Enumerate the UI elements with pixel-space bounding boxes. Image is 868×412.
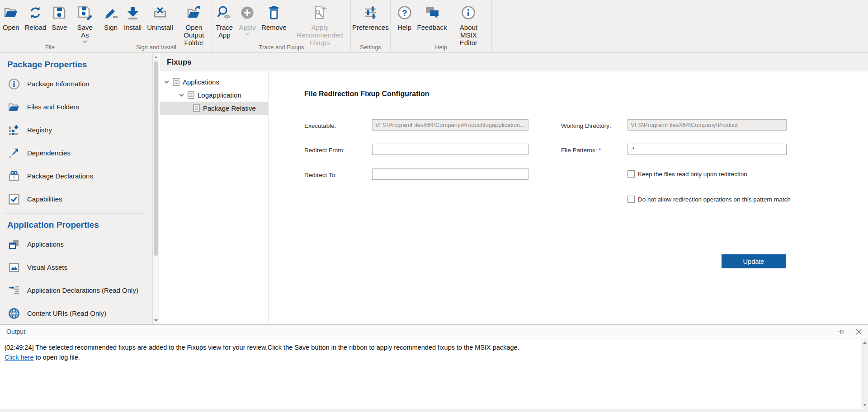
button-label: Open xyxy=(3,23,19,31)
sidebar-item-content-uris[interactable]: Content URIs (Read Only) xyxy=(0,302,152,324)
executable-input[interactable] xyxy=(372,119,528,131)
button-label: Uninstall xyxy=(147,23,173,31)
chevron-down-icon[interactable] xyxy=(163,80,170,84)
sidebar-item-applications[interactable]: Applications xyxy=(0,233,152,256)
working-directory-input[interactable] xyxy=(627,119,787,131)
file-patterns-input[interactable] xyxy=(627,144,787,155)
chevron-down-icon xyxy=(245,33,250,35)
open-button[interactable]: Open xyxy=(0,2,22,31)
navigation-sidebar: Package Properties Package Information F… xyxy=(0,53,152,324)
sign-button[interactable]: Sign xyxy=(100,2,121,31)
sidebar-item-label: Content URIs (Read Only) xyxy=(27,309,106,317)
redirect-from-input[interactable] xyxy=(372,144,528,155)
reload-button[interactable]: Reload xyxy=(22,2,49,31)
main-panel: Fixups Applications Logapplicat xyxy=(160,53,868,324)
config-heading: File Redirection Fixup Configuration xyxy=(304,90,429,98)
no-redirect-checkbox-row: Do not allow redirection operations on t… xyxy=(627,196,791,203)
sidebar-item-visual-assets[interactable]: Visual Assets xyxy=(0,256,152,279)
remove-button[interactable]: Remove xyxy=(259,2,289,31)
scroll-up-arrow-icon[interactable] xyxy=(863,342,867,344)
scroll-down-arrow-icon[interactable] xyxy=(863,404,867,406)
package-information-icon xyxy=(8,78,20,90)
document-icon xyxy=(188,91,194,99)
apply-recommended-fixups-icon xyxy=(312,4,327,21)
sidebar-item-package-information[interactable]: Package Information xyxy=(0,72,152,95)
required-asterisk: * xyxy=(599,147,601,154)
redirect-to-input[interactable] xyxy=(372,169,528,180)
no-redirect-checkbox[interactable] xyxy=(627,196,635,203)
ribbon-group-label: Sign and Install xyxy=(100,44,212,51)
preferences-button[interactable]: Preferences xyxy=(349,2,392,31)
feedback-icon xyxy=(425,4,440,21)
trace-app-button[interactable]: Trace App xyxy=(212,2,236,39)
chevron-down-icon[interactable] xyxy=(178,94,184,97)
uninstall-button[interactable]: Uninstall xyxy=(144,2,176,31)
button-label: Feedback xyxy=(417,23,447,31)
button-label: Apply xyxy=(239,23,256,31)
tree-item-label: Logapplication xyxy=(198,91,241,99)
sidebar-item-package-declarations[interactable]: Package Declarations xyxy=(0,164,152,187)
output-header: Output xyxy=(0,325,868,338)
button-label: Trace App xyxy=(215,23,233,39)
button-label: Install xyxy=(124,23,142,31)
close-icon[interactable] xyxy=(856,329,862,335)
button-label: Sign xyxy=(104,23,118,31)
save-button[interactable]: Save xyxy=(49,2,70,31)
install-button[interactable]: Install xyxy=(121,2,144,31)
open-log-link[interactable]: Click here xyxy=(5,354,33,361)
ribbon-group-label: Trace and Fixups xyxy=(212,44,350,51)
sidebar-item-application-declarations[interactable]: Application Declarations (Read Only) xyxy=(0,279,152,302)
dependencies-icon xyxy=(8,147,20,159)
save-as-button[interactable]: Save As xyxy=(70,2,100,43)
tree-item-package-relative[interactable]: Package Relative xyxy=(160,102,268,115)
sidebar-item-registry[interactable]: Registry xyxy=(0,118,152,141)
output-title: Output xyxy=(6,328,25,335)
preferences-icon xyxy=(363,4,378,21)
update-button[interactable]: Update xyxy=(722,254,786,268)
apply-recommended-fixups-button[interactable]: Apply Recommended Fixups xyxy=(289,2,350,47)
content-uris-icon xyxy=(8,308,20,319)
output-scrollbar[interactable] xyxy=(861,339,868,409)
output-panel: Output [02:49:24] The selected recommend… xyxy=(0,324,868,409)
tree-item-applications[interactable]: Applications xyxy=(160,75,268,89)
sidebar-item-files-and-folders[interactable]: Files and Folders xyxy=(0,95,152,118)
about-msix-editor-button[interactable]: About MSIX Editor xyxy=(449,2,487,47)
sidebar-item-label: Application Declarations (Read Only) xyxy=(27,286,138,294)
tree-item-logapplication[interactable]: Logapplication xyxy=(160,89,268,102)
help-button[interactable]: ? Help xyxy=(395,2,415,31)
sidebar-scrollbar[interactable] xyxy=(152,53,159,324)
log-line: [02:49:24] The selected recommended fixu… xyxy=(5,342,856,352)
tree-item-label: Applications xyxy=(183,78,219,86)
scroll-down-arrow-icon[interactable] xyxy=(154,319,158,322)
ribbon-group-help: ? Help Feedback About MSIX Editor Help xyxy=(391,0,492,52)
scrollbar-thumb[interactable] xyxy=(154,61,158,256)
ribbon-group-label: Help xyxy=(391,44,491,51)
button-label: Apply Recommended Fixups xyxy=(292,23,348,47)
sidebar-item-capabilities[interactable]: Capabilities xyxy=(0,187,152,211)
scroll-up-arrow-icon[interactable] xyxy=(154,56,158,58)
fixup-configuration-panel: File Redirection Fixup Configuration Exe… xyxy=(269,72,868,324)
section-heading-application-properties: Application Properties xyxy=(0,214,152,233)
button-label: About MSIX Editor xyxy=(452,23,485,47)
working-directory-label: Working Directory: xyxy=(561,122,611,129)
button-label: Save xyxy=(52,23,67,31)
open-output-folder-button[interactable]: Open Output Folder xyxy=(176,2,212,47)
sidebar-item-label: Dependencies xyxy=(27,149,71,157)
keep-read-only-checkbox[interactable] xyxy=(627,170,635,178)
status-strip xyxy=(0,409,868,412)
button-label: Preferences xyxy=(352,23,389,31)
open-output-folder-icon xyxy=(186,4,202,21)
ribbon-toolbar: Open Reload Save Save As xyxy=(0,0,868,53)
application-declarations-icon xyxy=(8,285,20,296)
save-as-icon xyxy=(77,4,93,21)
chevron-down-icon xyxy=(83,40,87,43)
feedback-button[interactable]: Feedback xyxy=(415,2,450,31)
sidebar-item-label: Registry xyxy=(27,126,52,134)
trace-app-icon xyxy=(217,4,232,21)
document-icon xyxy=(193,104,200,112)
pin-icon[interactable] xyxy=(837,328,844,335)
sidebar-item-dependencies[interactable]: Dependencies xyxy=(0,141,152,164)
apply-button[interactable]: Apply xyxy=(236,2,259,35)
package-declarations-icon xyxy=(8,170,20,182)
save-icon xyxy=(52,4,66,21)
